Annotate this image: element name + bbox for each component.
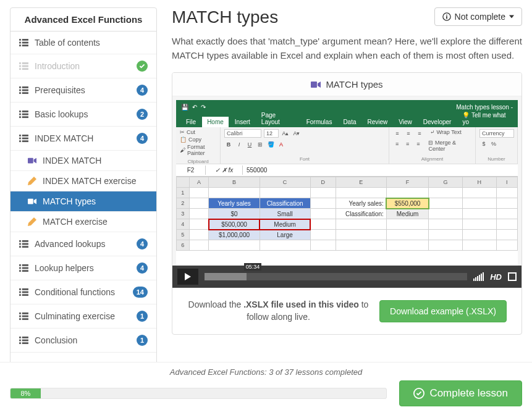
lesson-description: What exactly does that 'match_type' argu… (172, 35, 522, 62)
svg-rect-55 (19, 318, 21, 320)
sidebar-item-introduction[interactable]: Introduction (11, 54, 156, 78)
course-sidebar: Advanced Excel Functions Table of conten… (10, 7, 157, 364)
play-button[interactable] (177, 269, 198, 285)
svg-rect-51 (19, 312, 21, 314)
excel-tab-review: Review (363, 117, 393, 127)
list-icon (19, 240, 28, 248)
svg-rect-19 (19, 111, 21, 112)
fill-color-icon: 🪣 (266, 140, 275, 149)
svg-rect-17 (19, 92, 21, 94)
sidebar-item-index-match[interactable]: INDEX MATCH 4 (11, 127, 156, 151)
svg-rect-18 (22, 92, 28, 94)
svg-rect-62 (22, 342, 28, 344)
svg-rect-20 (22, 111, 28, 112)
sidebar-item-label: Conditional functions (35, 287, 127, 297)
excel-screenshot: 💾 ↶ ↷ Match types lesson - File Home Ins… (176, 100, 518, 284)
svg-rect-52 (22, 312, 28, 314)
svg-rect-50 (22, 294, 28, 296)
svg-rect-0 (19, 39, 21, 41)
currency-icon: $ (479, 140, 488, 148)
svg-rect-61 (19, 342, 21, 344)
font-name-select: Calibri (224, 129, 261, 138)
svg-rect-25 (19, 135, 21, 136)
sidebar-item-conditional-functions[interactable]: Conditional functions 14 (11, 280, 156, 304)
list-icon (19, 135, 28, 143)
sidebar-item-label: Conclusion (35, 335, 130, 345)
border-icon: ⊞ (256, 140, 264, 149)
complete-lesson-button[interactable]: Complete lesson (399, 380, 522, 406)
list-icon (19, 86, 28, 94)
sidebar-item-label: Advanced lookups (35, 239, 130, 249)
list-icon (19, 39, 28, 47)
bold-icon: B (224, 140, 233, 149)
lesson-item-index-match[interactable]: INDEX MATCH (11, 151, 156, 171)
status-dropdown[interactable]: Not complete (434, 7, 522, 26)
excel-grid: ABCDEFGHI 1 2Yearly salesClassificationY… (176, 177, 518, 251)
excel-tab-home: Home (202, 117, 229, 127)
lesson-label: INDEX MATCH exercise (43, 176, 136, 186)
download-section: Download the .XSLX file used in this vid… (172, 288, 521, 334)
fullscreen-icon[interactable] (508, 272, 517, 281)
excel-tab-page-layout: Page Layout (256, 110, 300, 127)
align-right-icon: ≡ (414, 140, 422, 148)
svg-rect-56 (22, 318, 28, 320)
svg-rect-28 (22, 137, 28, 139)
video-camera-icon (28, 156, 36, 165)
svg-rect-41 (19, 267, 21, 269)
svg-rect-6 (19, 62, 21, 64)
excel-formula-bar: F2 ✓ ✗ fx 550000 (176, 164, 518, 177)
excel-tell-me: 💡 Tell me what yo (457, 110, 518, 127)
page-title: MATCH types (172, 7, 278, 27)
number-format-select: Currency (479, 129, 514, 138)
sidebar-item-culminating-exercise[interactable]: Culminating exercise 1 (11, 304, 156, 329)
redo-icon: ↷ (201, 104, 206, 111)
main-content: MATCH types Not complete What exactly do… (172, 7, 522, 364)
svg-rect-27 (19, 137, 21, 139)
sidebar-item-toc[interactable]: Table of contents (11, 31, 156, 54)
svg-rect-49 (19, 294, 21, 296)
svg-rect-45 (19, 288, 21, 290)
progress-fill: 8% (11, 388, 41, 398)
sidebar-item-basic-lookups[interactable]: Basic lookups 2 (11, 103, 156, 127)
sidebar-item-lookup-helpers[interactable]: Lookup helpers 4 (11, 256, 156, 280)
svg-rect-44 (22, 270, 28, 272)
svg-rect-59 (19, 339, 21, 341)
sidebar-item-advanced-lookups[interactable]: Advanced lookups 4 (11, 232, 156, 256)
progress-footer: Advanced Excel Functions: 3 of 37 lesson… (0, 362, 532, 415)
lesson-item-index-match-exercise[interactable]: INDEX MATCH exercise (11, 171, 156, 191)
svg-rect-9 (22, 65, 28, 67)
hd-label[interactable]: HD (490, 272, 502, 282)
count-badge: 1 (137, 311, 148, 322)
formula-value: 550000 (243, 166, 271, 175)
panel-title: MATCH types (326, 79, 382, 90)
sidebar-title: Advanced Excel Functions (11, 8, 156, 31)
sidebar-item-conclusion[interactable]: Conclusion 1 (11, 329, 156, 353)
list-icon (19, 111, 28, 119)
svg-rect-36 (22, 243, 28, 245)
progress-label: Advanced Excel Functions: 3 of 37 lesson… (10, 367, 522, 377)
video-camera-icon (28, 197, 36, 206)
svg-rect-34 (22, 240, 28, 242)
list-icon (19, 337, 28, 345)
align-center-icon: ≡ (403, 140, 412, 148)
svg-rect-48 (22, 291, 28, 293)
pencil-icon (28, 177, 36, 185)
save-icon: 💾 (181, 104, 188, 111)
lesson-item-match-exercise[interactable]: MATCH exercise (11, 212, 156, 232)
video-progress-bar[interactable]: 05:34 (205, 273, 467, 280)
count-badge: 1 (137, 335, 148, 346)
svg-rect-65 (446, 16, 447, 19)
undo-icon: ↶ (192, 104, 197, 111)
count-badge: 4 (137, 238, 148, 249)
download-example-button[interactable]: Download example (.XSLX) (379, 300, 507, 322)
list-icon (19, 62, 28, 70)
svg-rect-16 (22, 89, 28, 91)
excel-tab-view: View (394, 117, 417, 127)
lesson-item-match-types[interactable]: MATCH types (11, 191, 156, 212)
volume-indicator[interactable] (473, 272, 484, 281)
svg-rect-3 (22, 41, 28, 43)
video-player[interactable]: 💾 ↶ ↷ Match types lesson - File Home Ins… (172, 96, 521, 288)
sidebar-item-prerequisites[interactable]: Prerequisites 4 (11, 78, 156, 103)
name-box: F2 (176, 166, 206, 175)
complete-lesson-label: Complete lesson (429, 387, 508, 400)
